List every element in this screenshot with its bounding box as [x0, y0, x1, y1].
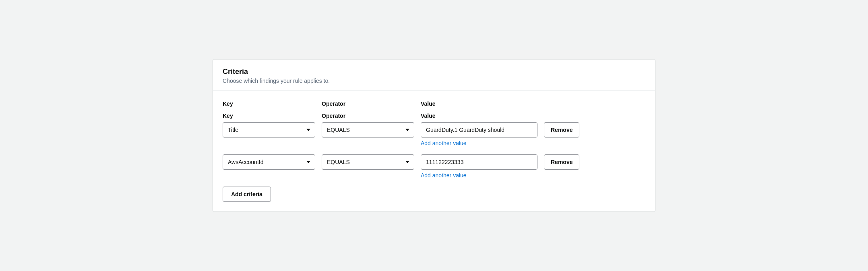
value-column-header: Value: [421, 101, 537, 107]
panel-body: Key Operator Value Key Operator Value Ti…: [213, 91, 655, 211]
key-select-wrapper-1: Title AwsAccountId ComplianceStatus Prod…: [223, 122, 315, 138]
remove-button-1[interactable]: Remove: [544, 122, 579, 138]
operator-select-2[interactable]: EQUALS NOT_EQUALS CONTAINS PREFIX: [322, 154, 414, 170]
key-field-1: Title AwsAccountId ComplianceStatus Prod…: [223, 122, 315, 138]
value-field-2: Add another value: [421, 154, 537, 179]
key-select-1[interactable]: Title AwsAccountId ComplianceStatus Prod…: [223, 122, 315, 138]
criteria-panel: Criteria Choose which findings your rule…: [213, 59, 655, 212]
key-label: Key: [223, 113, 315, 119]
criteria-row-2: Title AwsAccountId ComplianceStatus Prod…: [223, 154, 645, 179]
add-another-value-1[interactable]: Add another value: [421, 140, 537, 146]
column-headers: Key Operator Value: [223, 101, 645, 109]
operator-select-wrapper-2: EQUALS NOT_EQUALS CONTAINS PREFIX: [322, 154, 414, 170]
remove-button-2[interactable]: Remove: [544, 154, 579, 170]
value-field-1: Add another value: [421, 122, 537, 146]
operator-select-1[interactable]: EQUALS NOT_EQUALS CONTAINS PREFIX: [322, 122, 414, 138]
add-criteria-button[interactable]: Add criteria: [223, 187, 271, 202]
panel-subtitle: Choose which findings your rule applies …: [223, 78, 645, 84]
key-select-2[interactable]: Title AwsAccountId ComplianceStatus Prod…: [223, 154, 315, 170]
operator-label: Operator: [322, 113, 414, 119]
key-field-2: Title AwsAccountId ComplianceStatus Prod…: [223, 154, 315, 170]
operator-field-1: EQUALS NOT_EQUALS CONTAINS PREFIX: [322, 122, 414, 138]
operator-select-wrapper-1: EQUALS NOT_EQUALS CONTAINS PREFIX: [322, 122, 414, 138]
value-label: Value: [421, 113, 537, 119]
field-labels-row: Key Operator Value: [223, 113, 645, 119]
panel-title: Criteria: [223, 68, 645, 76]
operator-column-header: Operator: [322, 101, 414, 107]
key-select-wrapper-2: Title AwsAccountId ComplianceStatus Prod…: [223, 154, 315, 170]
value-input-2[interactable]: [421, 154, 537, 170]
value-input-1[interactable]: [421, 122, 537, 138]
criteria-row-1: Title AwsAccountId ComplianceStatus Prod…: [223, 122, 645, 146]
operator-field-2: EQUALS NOT_EQUALS CONTAINS PREFIX: [322, 154, 414, 170]
panel-header: Criteria Choose which findings your rule…: [213, 60, 655, 91]
add-another-value-2[interactable]: Add another value: [421, 172, 537, 179]
key-column-header: Key: [223, 101, 315, 107]
